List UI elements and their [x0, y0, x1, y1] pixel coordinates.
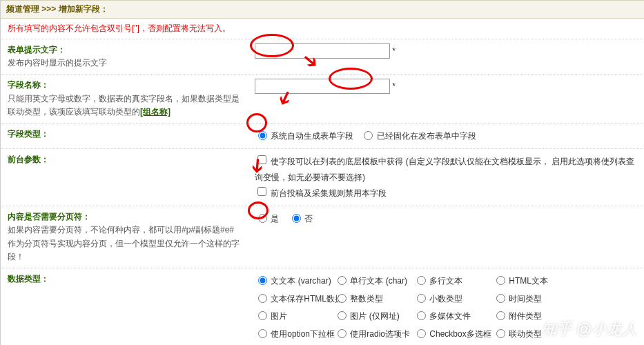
radio-pagebreak-yes[interactable]: 是: [255, 214, 279, 224]
breadcrumb-root: 频道管理: [6, 4, 39, 14]
link-group-name[interactable]: [组名称]: [140, 107, 170, 117]
input-form-tip[interactable]: [255, 43, 390, 59]
warning-text: 所有填写的内容不允许包含双引号["]，否则配置将无法写入。: [1, 19, 644, 39]
label-form-tip: 表单提示文字：: [8, 43, 242, 57]
radio-dt-5[interactable]: 整数类型: [334, 290, 413, 307]
sub-page-break: 如果内容需要分页符，不论何种内容，都可以用#p#副标题#e#作为分页符号实现内容…: [8, 224, 242, 264]
row-data-type: 数据类型： 文文本 (varchar) 单行文本 (char) 多行文本 HTM…: [1, 268, 644, 345]
radio-dt-0[interactable]: 文文本 (varchar): [255, 273, 334, 289]
label-field-name: 字段名称：: [8, 79, 242, 92]
radio-dt-2[interactable]: 多行文本: [413, 273, 493, 289]
radio-dt-14[interactable]: Checkbox多选框: [413, 326, 493, 342]
required-star: *: [392, 46, 396, 56]
checkbox-disable-front[interactable]: 前台投稿及采集规则禁用本字段: [255, 188, 387, 198]
label-field-type: 字段类型：: [8, 128, 242, 141]
radio-dt-13[interactable]: 使用radio选项卡: [334, 326, 413, 342]
row-field-name: 字段名称： 只能用英文字母或数字，数据表的真实字段名，如果数据类型是联动类型，该…: [1, 75, 644, 124]
checkbox-list-template[interactable]: 使字段可以在列表的底层模板中获得 (自定义字段默认仅能在文档模板显示， 启用此选…: [255, 157, 634, 182]
radio-dt-12[interactable]: 使用option下拉框: [255, 326, 334, 342]
radio-dt-10[interactable]: 多媒体文件: [413, 308, 493, 324]
radio-fieldtype-fixed[interactable]: 已经固化在发布表单中字段: [360, 131, 476, 141]
sub-form-tip: 发布内容时显示的提示文字: [8, 57, 242, 70]
radio-dt-1[interactable]: 单行文本 (char): [334, 273, 413, 289]
sub-field-name: 只能用英文字母或数字，数据表的真实字段名，如果数据类型是联动类型，该项应该填写联…: [8, 94, 240, 117]
breadcrumb: 频道管理 >>> 增加新字段：: [1, 0, 644, 19]
radio-dt-3[interactable]: HTML文本: [493, 273, 572, 289]
label-data-type: 数据类型：: [8, 273, 242, 286]
radio-dt-8[interactable]: 图片: [255, 308, 334, 324]
radio-dt-7[interactable]: 时间类型: [493, 290, 572, 307]
radio-dt-9[interactable]: 图片 (仅网址): [334, 308, 413, 324]
row-page-break: 内容是否需要分页符： 如果内容需要分页符，不论何种内容，都可以用#p#副标题#e…: [1, 206, 644, 268]
form-panel: 频道管理 >>> 增加新字段： 所有填写的内容不允许包含双引号["]，否则配置将…: [0, 0, 644, 345]
row-front-arg: 前台参数： 使字段可以在列表的底层模板中获得 (自定义字段默认仅能在文档模板显示…: [1, 149, 644, 206]
label-front-arg: 前台参数：: [8, 153, 242, 166]
breadcrumb-sep: >>>: [41, 4, 56, 14]
required-star: *: [392, 81, 396, 91]
radio-dt-11[interactable]: 附件类型: [493, 308, 572, 324]
radio-fieldtype-auto[interactable]: 系统自动生成表单字段: [255, 131, 353, 141]
radio-pagebreak-no[interactable]: 否: [289, 214, 313, 224]
radio-dt-4[interactable]: 文本保存HTML数据: [255, 290, 334, 307]
grid-data-type: 文文本 (varchar) 单行文本 (char) 多行文本 HTML文本 文本…: [255, 273, 639, 342]
input-field-name[interactable]: [255, 79, 390, 94]
radio-dt-15[interactable]: 联动类型: [493, 326, 572, 342]
breadcrumb-page: 增加新字段: [59, 4, 100, 14]
label-page-break: 内容是否需要分页符：: [8, 210, 242, 224]
row-field-type: 字段类型： 系统自动生成表单字段 已经固化在发布表单中字段: [1, 124, 644, 149]
row-form-tip: 表单提示文字： 发布内容时显示的提示文字 *: [1, 39, 644, 75]
radio-dt-6[interactable]: 小数类型: [413, 290, 493, 307]
